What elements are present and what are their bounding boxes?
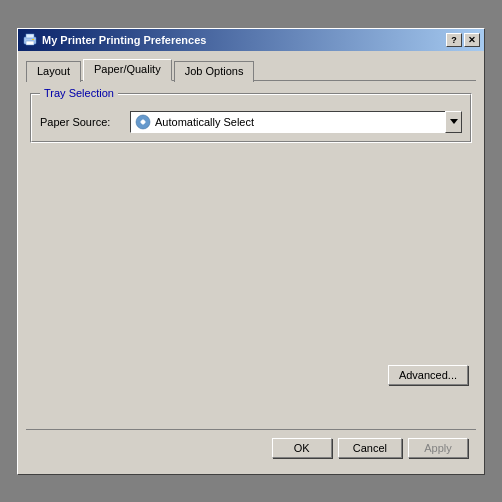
title-bar: My Printer Printing Preferences ? ✕	[18, 29, 484, 51]
close-button[interactable]: ✕	[464, 33, 480, 47]
apply-button[interactable]: Apply	[408, 438, 468, 458]
printer-icon	[22, 32, 38, 48]
window-title: My Printer Printing Preferences	[42, 34, 446, 46]
main-window: My Printer Printing Preferences ? ✕ Layo…	[17, 28, 485, 475]
paper-source-row: Paper Source: Automat	[40, 111, 462, 133]
paper-source-value: Automatically Select	[155, 116, 457, 128]
help-button[interactable]: ?	[446, 33, 462, 47]
tab-layout[interactable]: Layout	[26, 61, 81, 82]
svg-rect-1	[26, 34, 34, 38]
bottom-bar: OK Cancel Apply	[26, 429, 476, 466]
svg-point-5	[141, 120, 145, 124]
title-bar-buttons: ? ✕	[446, 33, 480, 47]
paper-source-dropdown-wrapper: Automatically Select	[130, 111, 462, 133]
advanced-button[interactable]: Advanced...	[388, 365, 468, 385]
tray-selection-inner: Tray Selection Paper Source:	[31, 94, 471, 142]
tray-selection-label: Tray Selection	[40, 87, 118, 99]
tab-paper-quality[interactable]: Paper/Quality	[83, 59, 172, 81]
dropdown-arrow-icon	[445, 111, 462, 133]
paper-source-dropdown[interactable]: Automatically Select	[130, 111, 462, 133]
svg-rect-3	[32, 39, 34, 40]
content-area: Tray Selection Paper Source:	[26, 89, 476, 429]
svg-rect-2	[26, 41, 34, 45]
cancel-button[interactable]: Cancel	[338, 438, 402, 458]
paper-source-label: Paper Source:	[40, 116, 130, 128]
tab-job-options[interactable]: Job Options	[174, 61, 255, 82]
tab-bar: Layout Paper/Quality Job Options	[26, 59, 476, 81]
paper-source-icon	[135, 114, 151, 130]
window-body: Layout Paper/Quality Job Options Tray Se…	[18, 51, 484, 474]
ok-button[interactable]: OK	[272, 438, 332, 458]
tray-selection-group: Tray Selection Paper Source:	[30, 93, 472, 143]
